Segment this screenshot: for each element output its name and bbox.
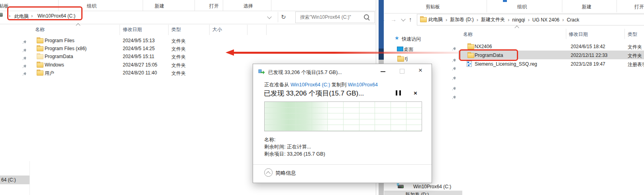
breadcrumb-separator-icon: › [562,17,564,23]
folder-icon [37,54,43,59]
pin-icon [452,86,456,91]
file-type: 文件夹 [171,46,186,53]
breadcrumb: 此电脑 › 新加卷 (D:) › 新建文件夹 › ningqi › UG NX … [428,14,579,25]
file-name: NX2406 [475,44,492,49]
column-header-name[interactable]: 名称 [463,31,473,38]
collapse-details-button[interactable] [264,168,273,177]
column-separator [566,29,566,39]
dialog-footer-divider [253,164,432,165]
breadcrumb-ningqi[interactable]: ningqi [512,17,525,23]
breadcrumb-separator-icon: › [508,17,509,23]
destination-link[interactable]: Win10Prox64 [348,82,378,88]
ribbon-group-clipboard: 剪贴板 [426,4,440,10]
column-separator [247,25,247,35]
sidebar-item-drive-d-clipped[interactable]: 新加卷 (D:) [384,191,462,195]
ribbon-separator [223,0,223,11]
pin-icon [452,66,456,71]
ribbon-separator [194,0,195,11]
ribbon-separator [562,0,562,12]
sidebar-item-label: 快速访问 [402,36,421,43]
column-header-name[interactable]: 名称 [35,26,45,33]
breadcrumb-separator-icon: › [446,17,447,23]
column-separator [120,25,120,35]
file-type: 文件夹 [171,70,186,77]
programdata-highlight-annotation [459,49,518,61]
address-bar[interactable]: 此电脑 › 新加卷 (D:) › 新建文件夹 › ningqi › UG NX … [417,14,644,25]
scrollbar-thumb-blue[interactable] [379,0,384,49]
folder-icon [37,38,43,43]
ribbon-group-organize: 组织 [517,4,527,10]
file-date: 2024/9/5 15:11 [123,54,154,59]
desktop: 剪贴板 组织 新建 打开 选择 › 此电脑 › Win10Prox64 (C:)… [0,0,644,195]
column-header-date[interactable]: 修改日期 [569,31,588,38]
column-separator [624,29,625,39]
sidebar-item-drive-c[interactable]: Win10Prox64 (C:) [392,183,456,190]
file-type: 注册表项 [628,61,644,68]
drive-icon [0,13,3,17]
address-separator [278,12,278,22]
sidebar-item-quick-access[interactable]: ★ 快速访问 [392,35,440,43]
pause-button[interactable] [396,90,401,96]
maximize-button[interactable] [400,69,404,74]
dialog-title: 已发现 33,206 个项目(15.7 GB)... [268,69,342,76]
minimize-button[interactable] [381,71,385,72]
pin-icon [452,76,456,80]
pin-icon [452,58,456,62]
ribbon-group-new: 新建 [155,3,164,10]
breadcrumb-ug-nx-2406[interactable]: UG NX 2406 [532,17,560,23]
file-date: 2022/12/11 22:33 [571,53,608,58]
column-header-size[interactable]: 大小 [212,26,222,33]
toolbar-divider [0,24,376,24]
ribbon-group-open: 打开 [209,3,219,10]
close-button[interactable]: × [418,66,422,74]
copy-progress-dialog: 已发现 33,206 个项目(15.7 GB)... × 正在准备从 Win10… [253,64,432,183]
breadcrumb-this-pc[interactable]: 此电脑 [428,16,443,23]
column-header-date[interactable]: 修改日期 [123,26,142,33]
ribbon-separator [271,0,271,11]
file-name: Program Files [45,38,75,43]
drive-icon [398,185,404,188]
items-remaining-label: 剩余项目: 33,206 (15.7 GB) [264,151,325,158]
sidebar-item-label: Win10Prox64 (C:) [413,184,451,189]
ribbon-divider [384,13,644,14]
ribbon-separator [617,0,617,12]
column-separator [266,25,267,35]
sidebar-item-drive-c-clipped[interactable]: 64 (C:) [0,176,29,184]
folder-icon [37,62,43,68]
forward-icon[interactable]: → [391,16,397,22]
search-input[interactable] [299,14,365,20]
windows-flag-icon [397,183,398,184]
file-name: ProgramData [45,54,73,59]
file-type: 文件夹 [628,44,642,51]
table-row[interactable]: Program Files 2024/9/5 15:13 文件夹 [0,37,376,45]
breadcrumb-crack[interactable]: Crack [567,17,579,23]
search-box [295,12,375,23]
copy-dialog-icon [258,68,265,75]
column-header-type[interactable]: 类型 [171,26,181,33]
sidebar-item-label: 新加卷 (D:) [405,191,429,195]
footer-toggle-label[interactable]: 简略信息 [275,170,296,177]
red-arrow-annotation [226,49,458,56]
ribbon-separator [143,0,143,11]
sidebar-item-rj[interactable]: rj [392,55,440,62]
column-header-type[interactable]: 类型 [628,31,637,38]
file-type: 文件夹 [171,54,186,60]
history-dropdown-icon[interactable] [401,17,405,21]
up-icon[interactable]: ↑ [409,16,412,22]
table-row[interactable]: Siemens_Licensing_SSQ.reg 2023/1/28 19:4… [458,60,644,68]
transfer-speed-chart [264,101,422,131]
file-type: 文件夹 [171,38,186,45]
ribbon-separator [487,0,487,12]
breadcrumb-new-folder[interactable]: 新建文件夹 [481,16,505,23]
column-separator [168,25,169,35]
refresh-icon[interactable]: ↻ [281,14,286,20]
breadcrumb-drive-d[interactable]: 新加卷 (D:) [450,16,473,23]
cancel-button[interactable]: × [414,90,417,96]
ribbon-group-organize: 组织 [87,3,96,10]
copy-status-line: 正在准备从 Win10Prox64 (C:) 复制到 Win10Prox64 [264,82,378,88]
item-name-label: 名称: [264,136,275,143]
time-remaining-label: 剩余时间: 正在计算... [264,144,311,150]
file-date: 2024/6/15 18:42 [571,44,605,49]
registry-file-icon [467,61,472,67]
source-link[interactable]: Win10Prox64 (C:) [291,82,330,88]
